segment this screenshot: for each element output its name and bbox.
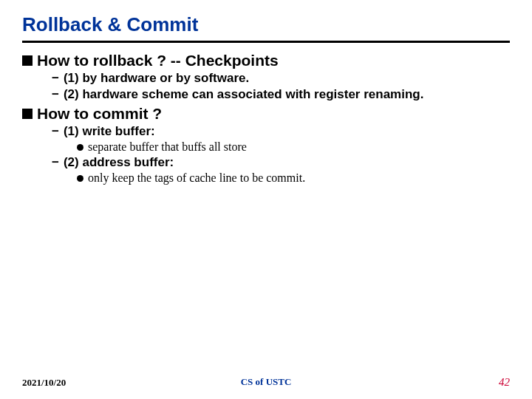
dot-bullet-icon <box>77 175 83 182</box>
sub-commit-1-text: (1) write buffer: <box>64 124 155 139</box>
sub-rollback-1: − (1) by hardware or by software. <box>52 71 510 86</box>
sub-commit-1: − (1) write buffer: <box>52 124 510 139</box>
slide: Rollback & Commit How to rollback ? -- C… <box>0 0 532 399</box>
sub-rollback-1-text: (1) by hardware or by software. <box>64 71 249 86</box>
square-bullet-icon <box>22 109 33 119</box>
subsub-commit-1a-text: separate buffer that buffs all store <box>88 140 247 154</box>
bullet-commit-text: How to commit ? <box>37 105 162 123</box>
footer-date: 2021/10/20 <box>22 377 66 389</box>
slide-footer: 2021/10/20 CS of USTC 42 <box>22 376 510 389</box>
subsub-commit-1a: separate buffer that buffs all store <box>77 140 510 154</box>
title-rule <box>22 41 510 43</box>
square-bullet-icon <box>22 55 33 66</box>
bullet-rollback-text: How to rollback ? -- Checkpoints <box>37 52 279 69</box>
slide-title: Rollback & Commit <box>22 13 510 41</box>
footer-org: CS of USTC <box>241 376 292 388</box>
bullet-commit: How to commit ? <box>22 105 510 123</box>
dash-icon: − <box>52 124 59 139</box>
dot-bullet-icon <box>77 144 83 151</box>
subsub-commit-2a-text: only keep the tags of cache line to be c… <box>88 171 305 185</box>
footer-page-number: 42 <box>499 376 510 389</box>
slide-content: How to rollback ? -- Checkpoints − (1) b… <box>22 52 510 185</box>
sub-commit-2: − (2) address buffer: <box>52 155 510 170</box>
dash-icon: − <box>52 71 59 86</box>
subsub-commit-2a: only keep the tags of cache line to be c… <box>77 171 510 185</box>
dash-icon: − <box>52 87 59 102</box>
sub-commit-2-text: (2) address buffer: <box>64 155 174 170</box>
sub-rollback-2: − (2) hardware scheme can associated wit… <box>52 87 510 102</box>
sub-rollback-2-text: (2) hardware scheme can associated with … <box>64 87 424 102</box>
bullet-rollback: How to rollback ? -- Checkpoints <box>22 52 510 69</box>
dash-icon: − <box>52 155 59 170</box>
